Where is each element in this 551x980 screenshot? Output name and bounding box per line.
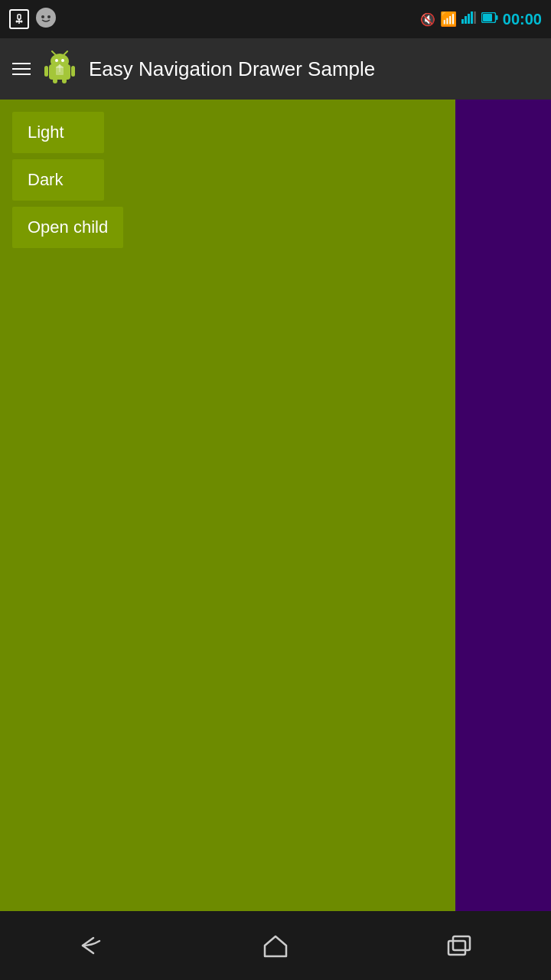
time-display: 00:00 bbox=[503, 11, 542, 28]
hamburger-line-2 bbox=[12, 68, 31, 70]
svg-rect-10 bbox=[468, 14, 470, 24]
svg-point-4 bbox=[21, 21, 23, 23]
svg-rect-23 bbox=[71, 66, 75, 77]
hamburger-menu-button[interactable] bbox=[12, 63, 31, 75]
svg-rect-30 bbox=[448, 941, 465, 955]
hamburger-line-1 bbox=[12, 63, 31, 64]
svg-point-18 bbox=[55, 59, 58, 62]
dark-button[interactable]: Dark bbox=[12, 159, 104, 201]
svg-rect-29 bbox=[453, 936, 470, 950]
light-button[interactable]: Light bbox=[12, 112, 104, 153]
app-bar: Easy Navigation Drawer Sample bbox=[0, 38, 551, 100]
back-button[interactable] bbox=[69, 923, 115, 969]
android-status-icon bbox=[35, 7, 57, 31]
svg-point-6 bbox=[41, 15, 44, 18]
hamburger-line-3 bbox=[12, 74, 31, 75]
svg-line-20 bbox=[52, 51, 55, 54]
svg-point-19 bbox=[61, 59, 64, 62]
svg-point-3 bbox=[16, 21, 18, 23]
svg-rect-14 bbox=[495, 15, 497, 20]
app-title: Easy Navigation Drawer Sample bbox=[89, 57, 375, 81]
wifi-icon: 📶 bbox=[440, 11, 457, 28]
signal-bars-icon bbox=[461, 11, 477, 28]
recents-button[interactable] bbox=[436, 923, 482, 969]
svg-point-7 bbox=[47, 15, 51, 18]
main-content: Light Dark Open child bbox=[0, 100, 551, 911]
status-bar: 🔇 📶 00:00 bbox=[0, 0, 551, 38]
navigation-drawer-panel bbox=[455, 100, 551, 911]
status-right-icons: 🔇 📶 00:00 bbox=[420, 11, 542, 28]
svg-point-5 bbox=[36, 8, 56, 28]
svg-rect-24 bbox=[53, 78, 57, 83]
nav-bar bbox=[0, 911, 551, 980]
open-child-button[interactable]: Open child bbox=[12, 207, 123, 248]
usb-icon bbox=[9, 9, 29, 29]
svg-rect-15 bbox=[483, 14, 492, 21]
svg-rect-8 bbox=[461, 19, 464, 24]
battery-icon bbox=[481, 12, 498, 26]
app-logo bbox=[43, 51, 77, 87]
svg-line-21 bbox=[64, 51, 67, 54]
mute-icon: 🔇 bbox=[420, 12, 435, 27]
svg-rect-0 bbox=[18, 15, 21, 19]
home-button[interactable] bbox=[253, 923, 298, 969]
content-area: Light Dark Open child bbox=[0, 100, 455, 911]
status-left-icons bbox=[9, 7, 57, 31]
svg-rect-25 bbox=[62, 78, 67, 83]
svg-rect-9 bbox=[465, 16, 467, 24]
svg-rect-11 bbox=[471, 11, 473, 24]
svg-rect-12 bbox=[474, 11, 476, 24]
svg-rect-22 bbox=[44, 66, 48, 77]
